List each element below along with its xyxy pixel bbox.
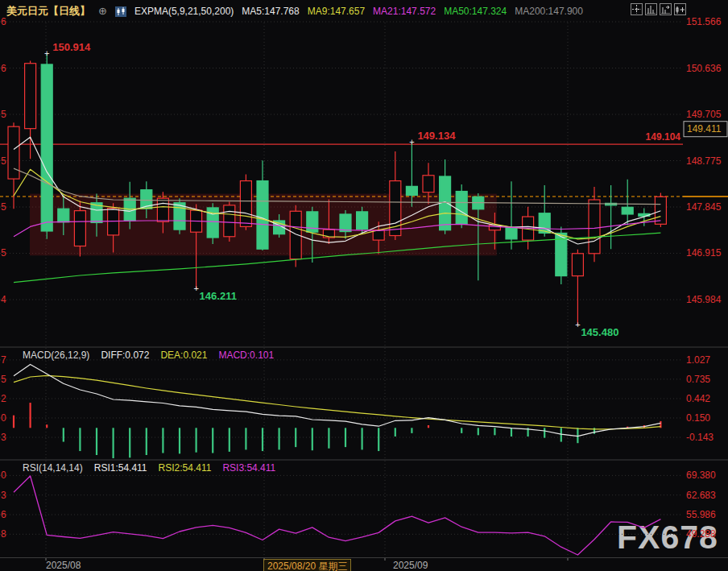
symbol-title: 美元日元【日线】	[6, 4, 90, 19]
y-axis-left-digit: 4	[1, 294, 6, 305]
resistance-line-label: 149.104	[646, 131, 681, 143]
rsi-axis-left-digit: 8	[1, 528, 6, 540]
ma5-value-label: MA5:147.768	[242, 6, 299, 17]
date-label-aug: 2025/08	[46, 560, 81, 571]
macd-axis-label: -0.143	[686, 432, 714, 443]
y-axis-label: 148.775	[686, 155, 722, 167]
candle-body	[240, 181, 251, 227]
high-price-label: 150.914	[52, 41, 91, 53]
date-axis: 2025/08 2025/08/20 星期三 2025/09	[0, 557, 728, 571]
candle-body	[423, 176, 434, 192]
candle-body	[373, 230, 384, 240]
macd-axis-left-digit: 7	[1, 354, 6, 366]
high-marker-icon: +	[409, 137, 414, 147]
y-axis-label: 147.845	[686, 201, 722, 213]
rsi-axis-left-digit: 6	[1, 509, 6, 520]
price-chart-svg: 151.5666150.6366149.7055148.7755147.8455…	[0, 0, 728, 571]
macd-axis-label: 0.150	[686, 412, 710, 424]
rsi-name-label: RSI(14,14,14)	[23, 462, 83, 474]
indicator-name-label: EXPMA(5,9,21,50,200)	[134, 6, 234, 17]
rsi-axis-label: 62.683	[686, 490, 716, 501]
candle-body	[257, 181, 268, 250]
candle-body	[41, 64, 52, 231]
macd-axis-label: 0.442	[686, 393, 710, 404]
macd-diff-line	[14, 364, 660, 436]
y-axis-label: 150.636	[686, 63, 722, 74]
rsi-header: RSI(14,14,14) RSI1:54.411 RSI2:54.411 RS…	[23, 462, 275, 474]
candle-body	[406, 186, 417, 195]
candle-body	[622, 207, 633, 214]
rsi-axis-label: 49.288	[686, 528, 716, 540]
macd-axis-left-digit: 5	[1, 374, 6, 385]
pan-crosshair-icon[interactable]	[631, 3, 643, 15]
low-price-label: 145.480	[581, 326, 618, 338]
y-axis-left-digit: 5	[1, 109, 6, 120]
candle-body	[456, 192, 467, 225]
rsi-axis-left-digit: 0	[1, 470, 6, 481]
chart-export-icon[interactable]	[660, 3, 672, 15]
ma50-value-label: MA50:147.324	[444, 6, 507, 17]
axis-price-box-label: 149.411	[687, 123, 722, 134]
chart-header: 美元日元【日线】 ⊕ EXPMA(5,9,21,50,200) MA5:147.…	[0, 0, 728, 22]
add-symbol-icon[interactable]: ⊕	[98, 6, 107, 16]
candle-body	[224, 205, 235, 237]
candle-body	[655, 197, 666, 224]
chart-app: 美元日元【日线】 ⊕ EXPMA(5,9,21,50,200) MA5:147.…	[0, 0, 728, 571]
indicator-panel-icon[interactable]	[645, 3, 657, 15]
candle-body	[340, 214, 351, 232]
date-label-sep: 2025/09	[393, 560, 428, 571]
candle-body	[589, 200, 600, 254]
macd-axis-left-digit: 3	[1, 432, 6, 443]
candle-body	[25, 64, 36, 129]
candle-body	[506, 228, 517, 239]
y-axis-left-digit: 5	[1, 201, 6, 213]
y-axis-label: 145.984	[686, 294, 722, 305]
chart-toolbar	[631, 3, 686, 15]
macd-axis-label: 0.735	[686, 374, 710, 385]
date-label-selected: 2025/08/20 星期三	[263, 559, 351, 571]
candle-body	[8, 126, 19, 179]
y-axis-left-digit: 6	[1, 63, 6, 74]
rsi3-value-label: RSI3:54.411	[222, 462, 275, 474]
rsi1-value-label: RSI1:54.411	[94, 462, 147, 474]
macd-axis-left-digit: 0	[1, 412, 6, 424]
candle-body	[307, 212, 318, 232]
candle-body	[74, 211, 85, 246]
y-axis-label: 146.915	[686, 247, 722, 259]
candle-body	[572, 254, 583, 276]
y-axis-left-digit: 5	[1, 155, 6, 167]
rsi-axis-label: 69.380	[686, 470, 716, 481]
chart-add-icon[interactable]	[674, 3, 686, 15]
high-price-label: 149.134	[417, 130, 456, 142]
rsi-line	[14, 476, 660, 555]
low-marker-icon: +	[575, 320, 580, 329]
candle-body	[357, 212, 368, 230]
macd-diff-label: DIFF:0.072	[101, 350, 149, 361]
macd-value-label: MACD:0.101	[218, 350, 274, 361]
candle-body	[157, 198, 168, 221]
y-axis-label: 149.705	[686, 109, 722, 120]
macd-axis-left-digit: 2	[1, 393, 6, 404]
rsi-axis-label: 55.986	[686, 509, 716, 520]
candle-body	[58, 209, 69, 222]
ma200-value-label: MA200:147.900	[515, 6, 583, 17]
candlestick-mini-icon	[115, 6, 126, 16]
ma9-value-label: MA9:147.657	[308, 6, 365, 17]
y-axis-left-digit: 5	[1, 247, 6, 259]
rsi2-value-label: RSI2:54.411	[159, 462, 212, 474]
macd-axis-label: 1.027	[686, 354, 710, 366]
ma21-value-label: MA21:147.572	[373, 6, 436, 17]
low-marker-icon: +	[193, 283, 198, 293]
low-price-label: 146.211	[200, 290, 237, 302]
high-marker-icon: +	[44, 48, 49, 58]
candle-body	[174, 203, 185, 230]
rsi-axis-left-digit: 3	[1, 490, 6, 501]
macd-header: MACD(26,12,9) DIFF:0.072 DEA:0.021 MACD:…	[23, 350, 274, 361]
macd-dea-label: DEA:0.021	[160, 350, 207, 361]
macd-name-label: MACD(26,12,9)	[23, 350, 89, 361]
